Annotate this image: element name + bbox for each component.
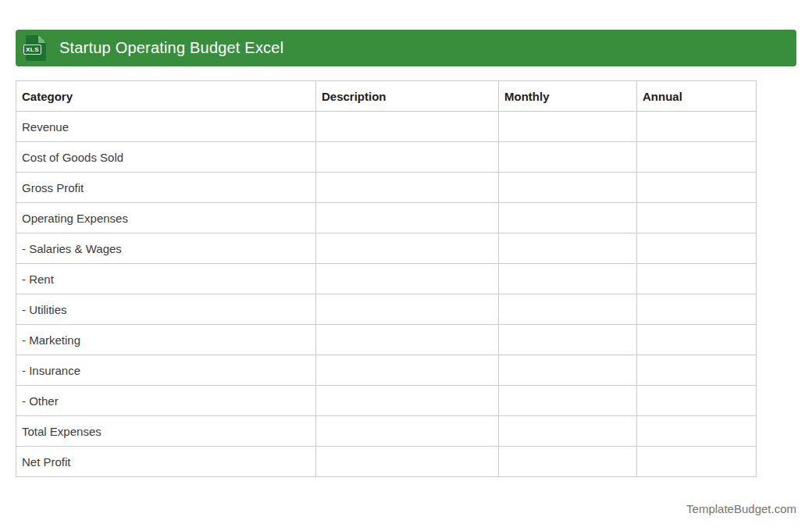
category-cell: - Utilities xyxy=(16,294,316,325)
annual-cell xyxy=(637,325,757,355)
annual-cell xyxy=(637,264,757,294)
monthly-cell xyxy=(499,203,637,233)
column-header-description: Description xyxy=(316,81,499,112)
table-header-row: Category Description Monthly Annual xyxy=(16,81,757,112)
monthly-cell xyxy=(499,386,637,416)
description-cell xyxy=(316,447,499,477)
monthly-cell xyxy=(499,112,637,142)
category-cell: - Other xyxy=(16,386,316,416)
annual-cell xyxy=(637,386,757,416)
table-row: - Other xyxy=(16,386,757,416)
budget-table: Category Description Monthly Annual Reve… xyxy=(16,80,757,477)
annual-cell xyxy=(637,416,757,447)
monthly-cell xyxy=(499,233,637,264)
description-cell xyxy=(316,233,499,264)
description-cell xyxy=(316,264,499,294)
table-row: Revenue xyxy=(16,112,757,142)
monthly-cell xyxy=(499,325,637,355)
annual-cell xyxy=(637,355,757,386)
table-row: Gross Profit xyxy=(16,173,757,203)
annual-cell xyxy=(637,142,757,173)
description-cell xyxy=(316,173,499,203)
description-cell xyxy=(316,325,499,355)
table-row: Net Profit xyxy=(16,447,757,477)
table-row: - Utilities xyxy=(16,294,757,325)
category-cell: Gross Profit xyxy=(16,173,316,203)
category-cell: - Insurance xyxy=(16,355,316,386)
table-row: - Marketing xyxy=(16,325,757,355)
annual-cell xyxy=(637,447,757,477)
category-cell: Operating Expenses xyxy=(16,203,316,233)
category-cell: Revenue xyxy=(16,112,316,142)
monthly-cell xyxy=(499,264,637,294)
xls-file-fold-corner xyxy=(38,35,46,43)
annual-cell xyxy=(637,294,757,325)
description-cell xyxy=(316,203,499,233)
table-row: - Rent xyxy=(16,264,757,294)
description-cell xyxy=(316,416,499,447)
annual-cell xyxy=(637,233,757,264)
category-cell: Total Expenses xyxy=(16,416,316,447)
description-cell xyxy=(316,386,499,416)
annual-cell xyxy=(637,203,757,233)
category-cell: - Salaries & Wages xyxy=(16,233,316,264)
xls-file-icon: XLS xyxy=(26,35,46,61)
monthly-cell xyxy=(499,173,637,203)
category-cell: Net Profit xyxy=(16,447,316,477)
header-bar: XLS Startup Operating Budget Excel xyxy=(16,30,796,66)
category-cell: - Marketing xyxy=(16,325,316,355)
xls-badge-label: XLS xyxy=(23,45,41,55)
footer-credit: TemplateBudget.com xyxy=(686,502,796,515)
monthly-cell xyxy=(499,355,637,386)
column-header-annual: Annual xyxy=(637,81,757,112)
monthly-cell xyxy=(499,416,637,447)
description-cell xyxy=(316,355,499,386)
category-cell: Cost of Goods Sold xyxy=(16,142,316,173)
monthly-cell xyxy=(499,294,637,325)
annual-cell xyxy=(637,112,757,142)
description-cell xyxy=(316,112,499,142)
table-row: Cost of Goods Sold xyxy=(16,142,757,173)
annual-cell xyxy=(637,173,757,203)
column-header-category: Category xyxy=(16,81,316,112)
category-cell: - Rent xyxy=(16,264,316,294)
table-row: - Salaries & Wages xyxy=(16,233,757,264)
page-title: Startup Operating Budget Excel xyxy=(59,39,283,57)
monthly-cell xyxy=(499,447,637,477)
table-row: - Insurance xyxy=(16,355,757,386)
description-cell xyxy=(316,294,499,325)
table-row: Total Expenses xyxy=(16,416,757,447)
monthly-cell xyxy=(499,142,637,173)
column-header-monthly: Monthly xyxy=(499,81,637,112)
description-cell xyxy=(316,142,499,173)
table-row: Operating Expenses xyxy=(16,203,757,233)
